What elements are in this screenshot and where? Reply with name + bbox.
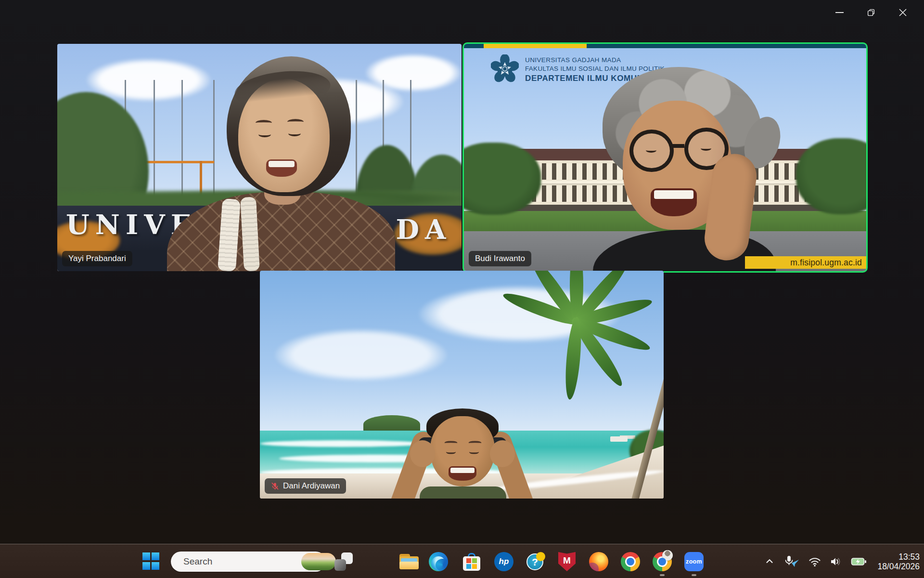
taskbar-item-firefox[interactable]: [588, 551, 609, 572]
desktop: UNIVER ADA Yayi Prabandari: [0, 0, 924, 578]
taskbar-item-chrome[interactable]: [620, 551, 641, 572]
mcafee-shield-icon: M: [558, 552, 576, 571]
firefox-icon: [589, 552, 608, 571]
construction-crane: [142, 161, 214, 163]
campus-gate-background: UNIVER ADA: [57, 44, 462, 271]
taskbar-item-zoom[interactable]: zoom: [683, 551, 705, 572]
profile-avatar: [662, 550, 673, 561]
taskbar-item-chrome-profile[interactable]: [652, 551, 673, 572]
participant-body: [420, 486, 506, 499]
help-icon: ?: [526, 552, 545, 571]
battery-button[interactable]: [847, 551, 871, 572]
hidden-icons-button[interactable]: [760, 551, 779, 572]
task-view-button[interactable]: [334, 552, 353, 571]
edge-icon: [429, 552, 448, 571]
minimize-button[interactable]: [833, 6, 846, 19]
taskbar-clock[interactable]: 13:53 18/04/2026: [871, 552, 924, 571]
mic-in-use-indicator[interactable]: [779, 551, 804, 572]
chrome-icon: [621, 552, 640, 571]
banner-line-1: UNIVERSITAS GADJAH MADA: [525, 56, 667, 64]
wifi-icon: [808, 556, 821, 567]
participant-name-label: Dani Ardiyawan: [265, 478, 346, 494]
trees-right: [796, 138, 866, 214]
hand: [410, 440, 435, 467]
banner-line-2: FAKULTAS ILMU SOSIAL DAN ILMU POLITIK: [525, 65, 667, 72]
video-tile-dani-ardiyawan[interactable]: Dani Ardiyawan: [260, 271, 664, 499]
yellow-url-ticker: m.fisipol.ugm.ac.id: [745, 256, 866, 269]
speaker-icon: [830, 556, 842, 567]
battery-charging-icon: [851, 556, 867, 567]
file-explorer-icon: [399, 554, 419, 569]
zoom-app-icon: zoom: [684, 552, 704, 571]
video-tile-budi-irawanto-active-speaker[interactable]: UNIVERSITAS GADJAH MADA FAKULTAS ILMU SO…: [462, 42, 868, 273]
maximize-button[interactable]: [864, 6, 878, 19]
beach-background: [260, 271, 664, 499]
participant-name: Dani Ardiyawan: [283, 481, 340, 491]
clock-time: 13:53: [877, 552, 920, 562]
taskbar-item-help[interactable]: ?: [525, 551, 546, 572]
distant-buildings: [610, 436, 628, 442]
wifi-button[interactable]: [804, 551, 825, 572]
clock-date: 18/04/2026: [877, 562, 920, 571]
chrome-profile-icon: [653, 552, 672, 571]
taskbar-item-hp[interactable]: hp: [493, 551, 514, 572]
close-icon: [898, 8, 907, 17]
taskbar-item-microsoft-store[interactable]: [461, 551, 482, 572]
participant-name-label: Budi Irawanto: [469, 251, 531, 266]
taskbar-search[interactable]: [171, 552, 326, 572]
running-indicator-chrome: [660, 574, 665, 576]
ugm-logo: [491, 54, 519, 83]
windows-taskbar: hp ? M zoom: [0, 544, 924, 578]
microphone-location-icon: [783, 555, 800, 568]
store-icon: [462, 552, 481, 571]
restore-icon: [866, 8, 876, 17]
ugm-building-background: UNIVERSITAS GADJAH MADA FAKULTAS ILMU SO…: [464, 44, 866, 271]
ticker-url: m.fisipol.ugm.ac.id: [790, 258, 862, 268]
volume-button[interactable]: [825, 551, 847, 572]
taskbar-item-file-explorer[interactable]: [398, 551, 420, 572]
participant-name-label: Yayi Prabandari: [62, 251, 132, 266]
windows-logo-icon: [142, 552, 150, 560]
video-tile-yayi-prabandari[interactable]: UNIVER ADA Yayi Prabandari: [57, 44, 462, 271]
close-button[interactable]: [896, 6, 910, 19]
minimize-icon: [835, 12, 844, 13]
system-tray: 13:53 18/04/2026: [760, 544, 924, 578]
search-daily-image[interactable]: [301, 553, 336, 570]
taskbar-item-mcafee[interactable]: M: [556, 551, 578, 572]
participant-name: Yayi Prabandari: [68, 254, 126, 263]
hp-icon: hp: [494, 552, 513, 571]
taskbar-item-edge[interactable]: [428, 551, 449, 572]
mic-muted-icon: [271, 482, 279, 490]
participant-name: Budi Irawanto: [475, 254, 525, 263]
start-button[interactable]: [142, 552, 160, 570]
search-input[interactable]: [183, 556, 301, 567]
chevron-up-icon: [764, 556, 775, 567]
running-indicator-zoom: [692, 574, 696, 576]
window-titlebar-controls: [833, 6, 910, 19]
